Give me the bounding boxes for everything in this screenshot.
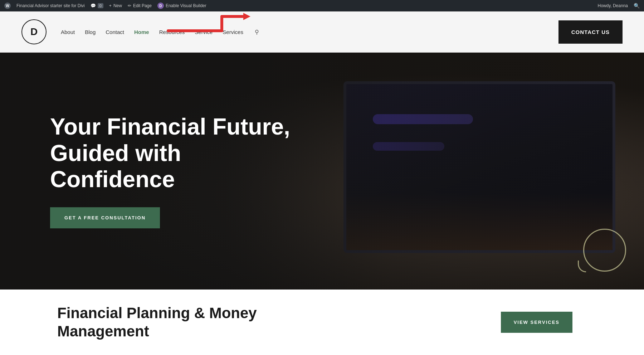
nav-home[interactable]: Home [134, 29, 149, 35]
site-logo[interactable]: D [21, 19, 47, 44]
bottom-title: Financial Planning & Money Management [57, 304, 257, 340]
comment-count: 0 [98, 3, 103, 8]
comments-item[interactable]: 💬 0 [91, 3, 103, 8]
wp-logo-item[interactable]: W [4, 3, 11, 9]
enable-visual-builder-label: Enable Visual Builder [166, 3, 206, 8]
nav-about[interactable]: About [61, 29, 75, 35]
admin-bar-left: W Financial Advisor starter site for Div… [4, 3, 206, 9]
contact-us-button[interactable]: CONTACT US [558, 20, 623, 44]
admin-bar-right: Howdy, Deanna 🔍 [598, 3, 640, 9]
admin-bar: W Financial Advisor starter site for Div… [0, 0, 644, 11]
site-title-item[interactable]: Financial Advisor starter site for Divi [16, 3, 85, 8]
enable-visual-builder-item[interactable]: D Enable Visual Builder [157, 3, 206, 9]
new-item[interactable]: + New [109, 3, 122, 8]
nav-contact[interactable]: Contact [106, 29, 124, 35]
hero-title: Your Financial Future, Guided with Confi… [50, 114, 301, 193]
howdy-text: Howdy, Deanna [598, 3, 628, 8]
hero-section: Your Financial Future, Guided with Confi… [0, 53, 644, 290]
edit-label: Edit Page [133, 3, 152, 8]
divi-icon: D [157, 3, 164, 9]
pencil-icon: ✏ [128, 3, 131, 8]
site-header: D About Blog Contact Home Resources Serv… [0, 11, 644, 53]
bottom-section: Financial Planning & Money Management VI… [0, 290, 644, 355]
view-services-button[interactable]: VIEW SERVICES [501, 312, 572, 333]
bottom-title-line1: Financial Planning & Money [57, 305, 257, 321]
bottom-title-line2: Management [57, 323, 149, 340]
admin-search-icon[interactable]: 🔍 [634, 3, 640, 9]
edit-page-item[interactable]: ✏ Edit Page [128, 3, 152, 8]
red-arrow-annotation [165, 9, 258, 39]
nav-blog[interactable]: Blog [85, 29, 96, 35]
svg-marker-0 [243, 13, 250, 20]
hero-content: Your Financial Future, Guided with Confi… [50, 114, 301, 228]
site-title: Financial Advisor starter site for Divi [16, 3, 85, 8]
bottom-text: Financial Planning & Money Management [57, 304, 257, 340]
plus-icon: + [109, 3, 112, 8]
decorative-circle [583, 229, 626, 272]
logo-letter: D [30, 26, 38, 38]
cta-button[interactable]: GET A FREE CONSULTATION [50, 207, 160, 228]
comment-icon: 💬 [91, 3, 96, 8]
wp-icon: W [4, 3, 11, 9]
new-label: New [113, 3, 122, 8]
